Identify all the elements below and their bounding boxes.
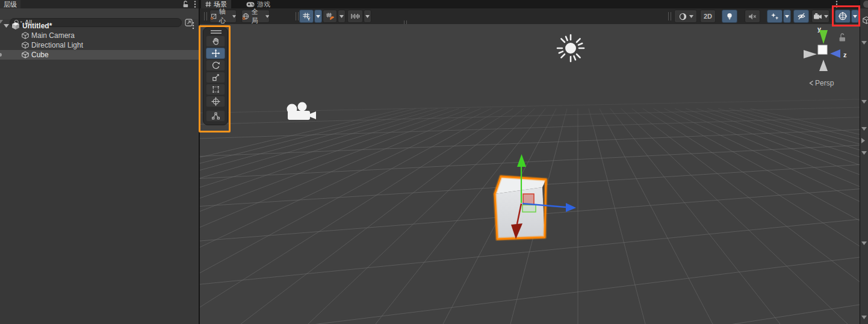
chevron-down-icon: [232, 15, 236, 18]
orientation-mode-label: 全局: [252, 7, 264, 25]
axis-cone-negx[interactable]: [804, 50, 817, 58]
scene-lighting-button[interactable]: [722, 10, 737, 23]
hierarchy-row-cube[interactable]: Cube: [0, 50, 199, 60]
toolbar-drag-handle[interactable]: [668, 12, 671, 20]
unity-editor-window: 层级 All: [0, 0, 868, 324]
chevron-down-icon: [365, 15, 370, 18]
hierarchy-tabstrip: 层级: [0, 0, 199, 8]
gizmos-highlight-box: [832, 5, 860, 26]
foldout-caret-icon[interactable]: [861, 316, 867, 319]
shaded-sphere-icon: [678, 12, 687, 21]
grid-visibility-dropdown[interactable]: [314, 10, 322, 23]
chevron-down-icon: [265, 15, 269, 18]
gameobject-cube-icon: [22, 51, 29, 58]
gameobject-cube-icon: [22, 42, 29, 49]
scene-row-label: Untitled*: [22, 22, 52, 30]
ruler-ticks-icon: [350, 12, 360, 20]
axis-z-label: z: [843, 51, 847, 58]
toolbar-drag-handle[interactable]: [204, 12, 207, 20]
lock-icon[interactable]: [182, 1, 189, 8]
scene-panel: 场景 游戏 轴心 全局 Y: [200, 0, 860, 324]
gameobject-cube-icon: [22, 32, 29, 39]
inspector-tab-icon[interactable]: [863, 1, 868, 8]
2d-mode-button[interactable]: 2D: [700, 10, 716, 23]
chevron-left-icon: [809, 80, 814, 86]
scene-tabstrip: 场景 游戏: [200, 0, 860, 8]
axis-cone-negy[interactable]: [819, 60, 828, 71]
foldout-caret-icon[interactable]: [4, 24, 9, 28]
hierarchy-row-directional-light[interactable]: Directional Light: [0, 40, 199, 50]
hierarchy-row-label: Main Camera: [31, 31, 75, 40]
eye-hidden-icon: [797, 12, 806, 20]
camera-icon: [813, 13, 822, 20]
unity-scene-icon: [11, 22, 20, 30]
hierarchy-panel: 层级 All: [0, 0, 199, 324]
snap-increment-button[interactable]: [347, 10, 363, 23]
tab-hierarchy[interactable]: 层级: [0, 0, 20, 8]
hierarchy-row-scene[interactable]: Untitled*: [0, 21, 199, 31]
scene-audio-button[interactable]: [745, 10, 760, 23]
grid-snapping-button[interactable]: [323, 10, 337, 23]
snap-increment-dropdown[interactable]: [364, 10, 371, 23]
hierarchy-row-main-camera[interactable]: Main Camera: [0, 31, 199, 40]
grid-snapping-dropdown[interactable]: [338, 10, 346, 23]
axis-cone-z[interactable]: [830, 49, 840, 58]
pivot-mode-label: 轴心: [219, 7, 231, 25]
inspector-tabstrip: [860, 0, 868, 8]
chevron-down-icon: [316, 15, 320, 18]
chevron-down-icon: [339, 15, 344, 18]
foldout-caret-icon[interactable]: [861, 41, 867, 45]
effects-button[interactable]: [767, 10, 783, 23]
chevron-down-icon: [824, 15, 828, 18]
directional-light-gizmo[interactable]: [555, 33, 586, 64]
axis-center-cube[interactable]: [818, 45, 827, 54]
plane-handle-green[interactable]: [522, 205, 536, 212]
draw-mode-button[interactable]: [674, 10, 697, 23]
effects-dropdown[interactable]: [783, 10, 791, 23]
foldout-caret-icon[interactable]: [861, 241, 867, 245]
scene-row-kebab-icon[interactable]: [192, 22, 194, 30]
toolbar-drag-handle[interactable]: [296, 12, 299, 20]
hierarchy-row-label: Cube: [31, 51, 49, 59]
gizmo-lock-icon[interactable]: [841, 34, 844, 37]
chevron-down-icon: [689, 15, 693, 18]
cube-selected[interactable]: [459, 151, 615, 271]
chevron-down-icon: [785, 15, 789, 18]
2d-mode-label: 2D: [704, 13, 712, 20]
orientation-gizmo[interactable]: y z: [802, 25, 862, 77]
hierarchy-search-row: All: [0, 8, 199, 19]
grid-magnet-icon: [326, 12, 335, 21]
inspector-cube-icon: [863, 16, 868, 24]
camera-gizmo[interactable]: [284, 95, 323, 125]
light-bulb-icon: [725, 12, 734, 21]
hierarchy-tab-label: 层级: [4, 1, 17, 8]
pivot-icon: [210, 12, 217, 20]
gamepad-tab-icon: [246, 2, 255, 7]
foldout-caret-icon[interactable]: [861, 100, 867, 104]
hierarchy-rows: Untitled* Main Camera Directional Light: [0, 19, 199, 324]
pivot-mode-button[interactable]: 轴心: [209, 10, 237, 23]
kebab-menu-icon[interactable]: [194, 1, 196, 8]
foldout-caret-icon[interactable]: [861, 127, 867, 131]
grid-visibility-button[interactable]: Y: [299, 10, 314, 23]
foldout-caret-icon[interactable]: [861, 151, 867, 155]
projection-label[interactable]: Persp: [809, 79, 834, 87]
svg-text:Y: Y: [307, 17, 310, 21]
hierarchy-row-label: Directional Light: [31, 41, 83, 49]
scene-camera-settings-button[interactable]: [811, 10, 829, 23]
globe-icon: [242, 12, 250, 20]
scene-visibility-button[interactable]: [793, 10, 809, 23]
grid-tab-icon: [205, 1, 211, 7]
sparkle-effects-icon: [770, 12, 780, 21]
tools-highlight-box: [199, 25, 231, 132]
audio-muted-icon: [748, 13, 757, 20]
foldout-caret-right-icon[interactable]: [861, 138, 865, 143]
orientation-mode-button[interactable]: 全局: [241, 10, 270, 23]
axis-cone-y[interactable]: [819, 30, 828, 44]
grid-y-icon: Y: [302, 12, 311, 21]
